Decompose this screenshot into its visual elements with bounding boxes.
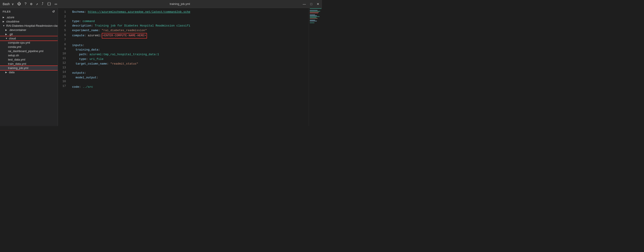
token-expname-val: "rai_diabetes_readmission": [102, 28, 147, 33]
arrow-icon: ▶: [3, 16, 5, 18]
token-compute-key: compute: [72, 34, 84, 38]
refresh-icon[interactable]: ↺: [52, 10, 55, 13]
token-desc-val: Training job for Diabetes Hospital Readm…: [95, 24, 190, 28]
tree-item-azure[interactable]: ▶ .azure: [0, 15, 58, 19]
code-line-10: path : azureml:tmp_rai_hospital_training…: [72, 52, 305, 57]
tree-item-compute-cpu[interactable]: compute-cpu.yml: [0, 40, 58, 45]
token-desc-key: description: [72, 24, 91, 28]
token-type-key: type: [72, 19, 79, 24]
code-icon[interactable]: {}: [47, 2, 51, 6]
code-line-8: inputs :: [72, 43, 305, 48]
tree-item-train-data[interactable]: train_data.yml: [0, 62, 58, 66]
code-line-14: outputs :: [72, 71, 305, 76]
arrow-icon: ▶: [5, 71, 8, 74]
power-icon[interactable]: ⏻: [17, 2, 21, 6]
token-model-output-key: model_output: [72, 76, 96, 80]
token-colon: :: [79, 19, 82, 24]
token-inputs-key: inputs: [72, 43, 82, 48]
maximize-button[interactable]: □: [310, 2, 312, 6]
token-colon: :: [86, 57, 90, 62]
token-colon: :: [107, 62, 110, 66]
arrow-icon: ▼: [5, 37, 8, 40]
tree-item-data[interactable]: ▶ data: [0, 70, 58, 74]
arrow-icon: ▼: [3, 24, 5, 27]
token-colon: :: [86, 52, 90, 57]
line-num-6: 6: [58, 33, 66, 38]
minimize-button[interactable]: —: [303, 2, 306, 6]
code-line-1: $schema : https://azuremlschemas.azureed…: [72, 10, 305, 14]
token-target-key: target_column_name: [72, 62, 107, 66]
filename-label: training_job.yml: [170, 2, 190, 6]
code-area[interactable]: $schema : https://azuremlschemas.azureed…: [68, 8, 309, 126]
token-code-val: ../src: [82, 85, 93, 90]
line-num-9: 9: [58, 47, 66, 52]
arrow-icon: ▶: [5, 33, 8, 36]
code-line-3: type : command: [72, 19, 305, 24]
line-num-15: 15: [58, 74, 66, 79]
tree-item-git[interactable]: ▶ .git: [0, 32, 58, 36]
editor-icon[interactable]: ▭: [55, 2, 57, 6]
token-type2-key: type: [72, 57, 86, 62]
token-colon: :: [82, 43, 84, 48]
sidebar-header: FILES ↺: [0, 8, 58, 15]
export-icon[interactable]: ⤴: [42, 2, 44, 6]
window-controls: — □ ✕: [303, 2, 319, 6]
tree-item-rai-folder[interactable]: ▼ RAI-Diabetes-Hospital-Readmission-clas…: [0, 24, 58, 28]
code-line-15: model_output :: [72, 76, 305, 80]
file-label: rai_dashboard_pipeline.yml: [8, 50, 44, 53]
tree-item-setup[interactable]: setup.sh: [0, 53, 58, 58]
token-training-data-key: training_data: [72, 48, 98, 52]
settings-icon[interactable]: ⚙: [30, 2, 32, 6]
line-num-11: 11: [58, 56, 66, 61]
line-numbers: 1 2 3 4 5 6 7 8 9 10 11 12 13 14 15 16 1…: [58, 8, 68, 126]
folder-label: cloud: [9, 37, 16, 40]
token-expname-key: experiment_name: [72, 28, 98, 33]
token-colon: : azureml:: [84, 34, 102, 38]
token-outputs-key: outputs: [72, 71, 84, 76]
folder-label: RAI-Diabetes-Hospital-Readmission-classi…: [6, 24, 58, 28]
tree-item-cloud[interactable]: ▼ cloud: [0, 36, 58, 40]
sidebar: FILES ↺ ▶ .azure ▶ clouddrive ▼ RAI-Diab…: [0, 8, 58, 126]
token-schema-url: https://azuremlschemas.azureedge.net/lat…: [88, 10, 190, 14]
file-label: train_data.yml: [8, 62, 26, 66]
line-num-3: 3: [58, 19, 66, 24]
minimap: [309, 8, 322, 126]
window-title: training_job.yml: [59, 2, 301, 6]
files-label: FILES: [3, 10, 11, 13]
close-button[interactable]: ✕: [317, 2, 319, 6]
code-line-5: experiment_name : "rai_diabetes_readmiss…: [72, 28, 305, 33]
token-schema-key: $schema: [72, 10, 84, 14]
tree-item-clouddrive[interactable]: ▶ clouddrive: [0, 19, 58, 24]
minimap-content: [309, 8, 322, 126]
file-label: test_data.yml: [8, 58, 25, 61]
tree-item-devcontainer[interactable]: ▶ .devcontainer: [0, 28, 58, 32]
title-bar: Bash ∨ ⏻ ? ⚙ ↗ ⤴ {} ▭ training_job.yml —…: [0, 0, 322, 8]
line-num-12: 12: [58, 61, 66, 66]
file-label: compute-cpu.yml: [8, 41, 30, 44]
tree-item-training-job[interactable]: training_job.yml: [0, 66, 58, 70]
upload-icon[interactable]: ↗: [36, 2, 38, 6]
help-icon[interactable]: ?: [24, 2, 27, 6]
line-num-4: 4: [58, 24, 66, 28]
main-layout: FILES ↺ ▶ .azure ▶ clouddrive ▼ RAI-Diab…: [0, 8, 322, 126]
line-num-17: 17: [58, 84, 66, 88]
tree-item-rai-dashboard[interactable]: rai_dashboard_pipeline.yml: [0, 49, 58, 53]
title-bar-left: Bash ∨ ⏻ ? ⚙ ↗ ⤴ {} ▭: [3, 2, 57, 6]
token-compute-placeholder: <ENTER-COMPUTE-NAME-HERE>: [102, 33, 147, 38]
tree-item-test-data[interactable]: test_data.yml: [0, 58, 58, 62]
arrow-icon: ▶: [5, 29, 8, 31]
toolbar-icons: ⏻ ? ⚙ ↗ ⤴ {} ▭: [17, 2, 57, 6]
folder-label: .devcontainer: [9, 28, 26, 32]
token-colon: :: [79, 85, 82, 90]
token-colon: :: [91, 24, 95, 28]
shell-chevron[interactable]: ∨: [12, 2, 14, 6]
line-num-5: 5: [58, 28, 66, 33]
token-colon: :: [84, 10, 88, 14]
tree-item-conda[interactable]: conda.yml: [0, 45, 58, 49]
arrow-icon: ▶: [3, 20, 5, 23]
editor-content: 1 2 3 4 5 6 7 8 9 10 11 12 13 14 15 16 1…: [58, 8, 322, 126]
token-colon: :: [98, 28, 102, 33]
token-code-key: code: [72, 85, 79, 90]
code-line-6: compute : azureml: <ENTER-COMPUTE-NAME-H…: [72, 33, 305, 38]
line-num-2: 2: [58, 14, 66, 19]
